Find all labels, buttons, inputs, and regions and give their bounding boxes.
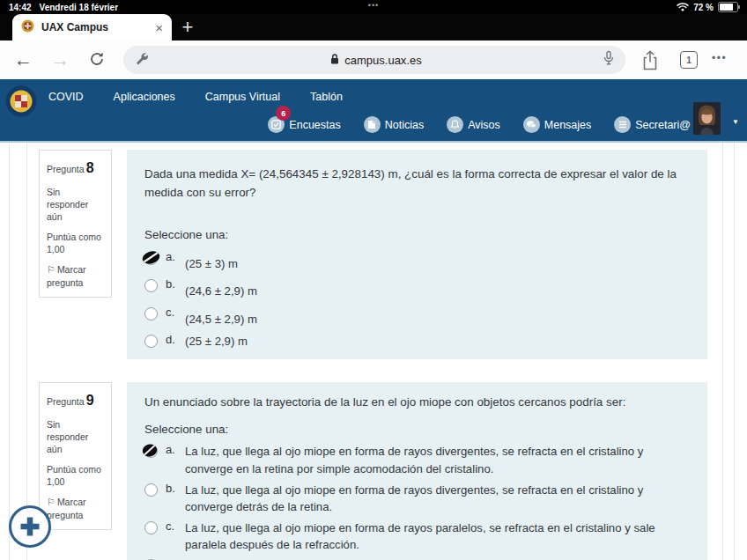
select-one-prompt: Seleccione una: xyxy=(144,423,690,436)
new-tab-button[interactable]: + xyxy=(174,14,202,41)
quick-link-noticias[interactable]: Noticias xyxy=(364,116,424,133)
radio-button[interactable] xyxy=(144,483,158,497)
battery-percent: 72 % xyxy=(693,3,714,12)
pen-ink-mark xyxy=(140,442,159,462)
question-grade: Puntúa como 1,00 xyxy=(47,231,104,255)
menu-item-covid[interactable]: COVID xyxy=(48,91,84,103)
tab-switcher-button[interactable]: 1 xyxy=(680,51,698,69)
flag-question-link[interactable]: ⚐Marcar pregunta xyxy=(47,496,104,521)
forward-button[interactable]: → xyxy=(51,48,70,72)
quick-links: 6 Encuestas Noticias Avisos Mensajes xyxy=(268,116,691,133)
quick-link-avisos[interactable]: Avisos xyxy=(447,116,500,133)
menu-item-aplicaciones[interactable]: Aplicaciones xyxy=(114,91,175,103)
annotation-plus-button[interactable] xyxy=(9,505,51,548)
tab-close-icon[interactable]: × xyxy=(155,21,163,34)
browser-toolbar: ← → campus.uax.es 1 ••• xyxy=(0,41,747,79)
answer-option-d[interactable]: d. La luz, que llega al ojo miope en for… xyxy=(144,557,690,560)
wifi-icon xyxy=(677,2,689,13)
status-date: Vendredi 18 février xyxy=(40,3,119,12)
campus-navbar: COVID Aplicaciones Campus Virtual Tablón… xyxy=(0,79,747,141)
scrollbar-track[interactable] xyxy=(734,143,735,560)
user-avatar[interactable] xyxy=(693,102,721,135)
answer-option-a[interactable]: a. La luz, que llega al ojo miope en for… xyxy=(144,443,690,477)
lock-icon xyxy=(329,53,340,68)
browser-tab[interactable]: UAX Campus × xyxy=(12,14,172,41)
menu-item-tablon[interactable]: Tablón xyxy=(310,91,343,103)
wrench-icon[interactable] xyxy=(134,51,149,70)
tab-strip: UAX Campus × + xyxy=(0,14,747,41)
flag-icon: ⚐ xyxy=(47,264,55,275)
menu-item-campus-virtual[interactable]: Campus Virtual xyxy=(205,91,280,103)
answer-option-d[interactable]: d. (25 ± 2,9) m xyxy=(144,333,690,350)
battery-icon xyxy=(718,2,738,12)
list-icon xyxy=(614,116,631,133)
multitask-dots-icon: ••• xyxy=(368,1,379,10)
quick-link-secretaria[interactable]: Secretari@ xyxy=(614,116,691,133)
content-right-border xyxy=(722,143,723,560)
flag-icon: ⚐ xyxy=(47,497,55,507)
plus-icon xyxy=(17,513,43,540)
question-number: Pregunta9 xyxy=(47,391,104,410)
chevron-down-icon[interactable]: ▼ xyxy=(732,118,739,126)
bell-icon xyxy=(447,116,463,133)
radio-button[interactable] xyxy=(144,335,158,348)
microphone-icon[interactable] xyxy=(603,50,615,70)
radio-button[interactable] xyxy=(144,279,158,292)
question-status: Sin responder aún xyxy=(47,418,104,456)
clock: 14:42 xyxy=(9,3,32,12)
uax-logo[interactable] xyxy=(4,82,38,124)
question-number: Pregunta8 xyxy=(47,158,104,178)
question-text: Dada una medida X= (24,564345 ± 2,928143… xyxy=(144,165,689,203)
answer-option-a[interactable]: a. (25 ± 3) m xyxy=(144,250,690,268)
answer-option-c[interactable]: c. (24,5 ± 2,9) m xyxy=(144,306,690,323)
question-8-info-panel: Pregunta8 Sin responder aún Puntúa como … xyxy=(39,150,112,298)
quick-link-encuestas[interactable]: 6 Encuestas xyxy=(268,116,340,133)
news-icon xyxy=(364,116,381,133)
radio-button[interactable] xyxy=(144,307,158,321)
answer-option-c[interactable]: c. La luz, que llega al ojo miope en for… xyxy=(144,519,690,554)
quick-link-mensajes[interactable]: Mensajes xyxy=(523,116,592,133)
content-left-border xyxy=(26,143,27,560)
status-bar: 14:42 Vendredi 18 février ••• 72 % xyxy=(0,0,747,14)
tab-title: UAX Campus xyxy=(41,21,148,33)
question-text: Un enunciado sobre la trayectoria de la … xyxy=(144,393,689,411)
page-edge-line xyxy=(9,143,10,560)
quiz-page: Pregunta8 Sin responder aún Puntúa como … xyxy=(0,141,747,560)
flag-question-link[interactable]: ⚐Marcar pregunta xyxy=(47,263,104,289)
answer-option-b[interactable]: b. (24,6 ± 2,9) m xyxy=(144,277,690,295)
chat-icon xyxy=(523,116,540,133)
tab-favicon xyxy=(21,19,34,36)
url-bar[interactable]: campus.uax.es xyxy=(123,46,625,74)
question-8-card: Dada una medida X= (24,564345 ± 2,928143… xyxy=(127,150,707,359)
pen-ink-mark xyxy=(140,249,162,269)
question-9-info-panel: Pregunta9 Sin responder aún Puntúa como … xyxy=(39,382,112,530)
question-grade: Puntúa como 1,00 xyxy=(47,463,104,488)
radio-button[interactable] xyxy=(144,445,158,458)
reload-button[interactable] xyxy=(88,50,106,71)
main-menu: COVID Aplicaciones Campus Virtual Tablón xyxy=(48,91,343,103)
answer-option-b[interactable]: b. La luz, que llega al ojo miope en for… xyxy=(144,482,690,516)
question-status: Sin responder aún xyxy=(47,186,104,224)
radio-button[interactable] xyxy=(144,252,158,265)
select-one-prompt: Seleccione una: xyxy=(144,228,690,241)
question-9-card: Un enunciado sobre la trayectoria de la … xyxy=(127,382,707,560)
back-button[interactable]: ← xyxy=(14,48,33,72)
share-icon[interactable] xyxy=(640,50,660,75)
url-text: campus.uax.es xyxy=(344,54,421,67)
browser-menu-button[interactable]: ••• xyxy=(712,52,727,64)
radio-button[interactable] xyxy=(144,521,158,534)
